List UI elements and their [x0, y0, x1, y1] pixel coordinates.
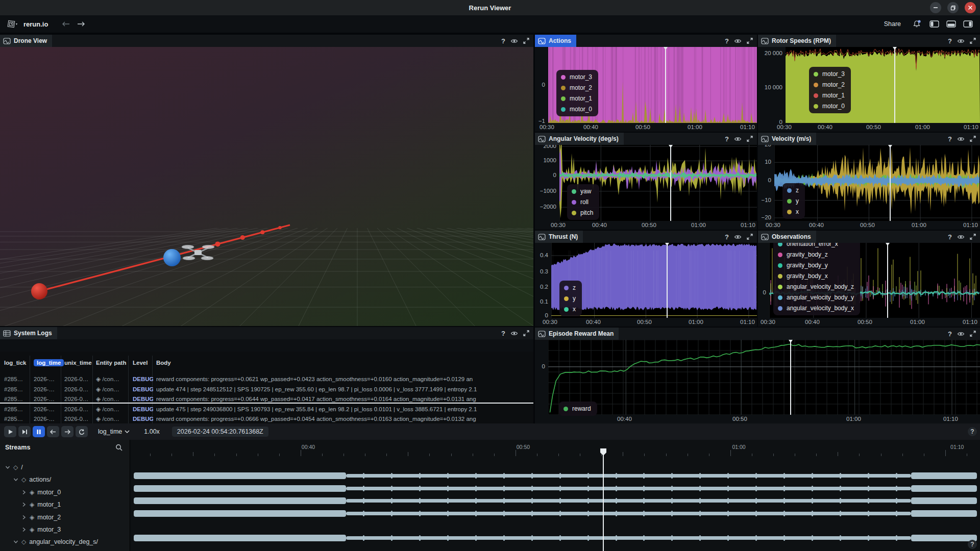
- angular-legend-item[interactable]: yaw: [572, 188, 593, 195]
- timeline-cursor-handle[interactable]: [600, 448, 607, 456]
- toggle-right-panel-button[interactable]: [963, 20, 973, 28]
- velocity-time-cursor-handle[interactable]: [888, 145, 892, 148]
- observations-time-cursor-handle[interactable]: [886, 243, 890, 246]
- thrust-legend-item[interactable]: x: [564, 306, 576, 313]
- stream-tree-item-motor_1[interactable]: ◈motor_1: [21, 498, 61, 511]
- stream-tree-item-angular_velocity_deg_s[interactable]: ◇angular_velocity_deg_s/: [13, 536, 98, 548]
- observations-view-help-icon[interactable]: ?: [948, 233, 952, 241]
- observations-legend-item[interactable]: gravity_body_y: [778, 262, 854, 269]
- angular-view-tab[interactable]: Angular Velocity (deg/s): [535, 133, 624, 145]
- actions-view-tab[interactable]: Actions: [535, 35, 576, 47]
- minimize-button[interactable]: [930, 2, 941, 13]
- velocity-legend-item[interactable]: y: [787, 197, 799, 205]
- data-density-track[interactable]: [134, 485, 346, 492]
- next-button[interactable]: [18, 426, 31, 437]
- velocity-view-visibility-eye-icon[interactable]: [957, 136, 965, 142]
- rotor-legend-item[interactable]: motor_1: [814, 92, 845, 99]
- toggle-left-panel-button[interactable]: [929, 20, 939, 28]
- log-row[interactable]: #285…2026-…2026-0…◈ /con…DEBUGreward com…: [0, 414, 533, 423]
- column-header-Body[interactable]: Body: [156, 358, 529, 368]
- stream-tree-item-motor_2[interactable]: ◈motor_2: [21, 511, 61, 523]
- velocity-legend[interactable]: zyx: [782, 183, 805, 219]
- data-density-track[interactable]: [346, 536, 911, 540]
- system-logs-expand-icon[interactable]: [523, 330, 529, 336]
- log-row[interactable]: #285…2026-…2026-0…◈ /con…DEBUGupdate 475…: [0, 404, 533, 414]
- data-density-track[interactable]: [346, 487, 911, 490]
- observations-legend-item[interactable]: angular_velocity_body_y: [778, 294, 854, 301]
- angular-view-expand-icon[interactable]: [747, 136, 753, 142]
- actions-view-expand-icon[interactable]: [747, 38, 753, 44]
- data-density-track[interactable]: [911, 535, 977, 541]
- app-name[interactable]: rerun.io: [23, 20, 48, 28]
- angular-time-cursor-handle[interactable]: [669, 145, 673, 148]
- observations-legend-item[interactable]: gravity_body_x: [778, 272, 854, 280]
- current-timestamp[interactable]: 2026-02-24 00:54:20.761368Z: [172, 427, 268, 437]
- back-button[interactable]: [47, 426, 59, 437]
- data-density-track[interactable]: [134, 510, 346, 517]
- angular-legend-item[interactable]: roll: [572, 198, 593, 206]
- timeline-cursor[interactable]: [603, 455, 604, 551]
- reward-view-help-icon[interactable]: ?: [948, 330, 952, 338]
- velocity-plot[interactable]: [774, 145, 980, 221]
- data-density-track[interactable]: [911, 497, 977, 504]
- data-density-track[interactable]: [911, 472, 977, 479]
- pause-button[interactable]: [33, 426, 45, 437]
- system-logs-help-icon[interactable]: ?: [501, 330, 505, 337]
- playback-speed[interactable]: 1.00x: [144, 428, 160, 435]
- maximize-button[interactable]: [947, 2, 959, 13]
- data-density-track[interactable]: [346, 474, 911, 478]
- reward-view-visibility-eye-icon[interactable]: [957, 331, 965, 337]
- reward-plot[interactable]: [548, 340, 980, 415]
- share-button[interactable]: Share: [884, 20, 901, 28]
- play-button[interactable]: [4, 426, 16, 437]
- observations-view-expand-icon[interactable]: [970, 234, 976, 240]
- thrust-legend[interactable]: zyx: [559, 281, 582, 316]
- velocity-view-help-icon[interactable]: ?: [948, 135, 952, 143]
- loop-button[interactable]: [76, 426, 88, 437]
- thrust-legend-item[interactable]: y: [564, 295, 576, 302]
- reward-legend-item[interactable]: reward: [564, 405, 591, 412]
- data-density-track[interactable]: [911, 485, 977, 492]
- column-header-log_tick[interactable]: log_tick: [4, 358, 30, 368]
- rotor-legend-item[interactable]: motor_2: [814, 81, 845, 88]
- chevron-down-icon[interactable]: [13, 477, 18, 482]
- actions-time-cursor[interactable]: [665, 47, 666, 123]
- actions-legend-item[interactable]: motor_1: [561, 95, 592, 102]
- rotor-time-cursor-handle[interactable]: [893, 47, 897, 50]
- chevron-right-icon[interactable]: [21, 527, 27, 532]
- thrust-view-tab[interactable]: Thrust (N): [535, 231, 583, 243]
- column-header-unix_time[interactable]: unix_time: [64, 358, 92, 368]
- angular-legend-item[interactable]: pitch: [572, 209, 593, 216]
- notifications-button[interactable]: [912, 20, 921, 28]
- reward-legend[interactable]: reward: [559, 402, 597, 416]
- reward-view-tab[interactable]: Episode Reward Mean: [535, 328, 619, 340]
- observations-view-visibility-eye-icon[interactable]: [957, 234, 965, 240]
- timeline-help-button[interactable]: ?: [968, 540, 977, 549]
- drone-view-visibility-eye-icon[interactable]: [510, 38, 518, 44]
- nav-back-button[interactable]: [61, 21, 70, 27]
- close-button[interactable]: [965, 2, 976, 13]
- rotor-view-expand-icon[interactable]: [970, 38, 976, 44]
- velocity-legend-item[interactable]: x: [787, 208, 799, 215]
- angular-view-visibility-eye-icon[interactable]: [734, 136, 742, 142]
- rotor-view-visibility-eye-icon[interactable]: [957, 38, 965, 44]
- data-density-track[interactable]: [346, 512, 911, 515]
- nav-forward-button[interactable]: [77, 21, 86, 27]
- forward-button[interactable]: [61, 426, 74, 437]
- observations-view-tab[interactable]: Observations: [758, 231, 816, 243]
- observations-time-cursor[interactable]: [887, 243, 888, 318]
- rotor-view-tab[interactable]: Rotor Speeds (RPM): [758, 35, 836, 47]
- thrust-view-visibility-eye-icon[interactable]: [734, 234, 742, 240]
- rotor-legend[interactable]: motor_3motor_2motor_1motor_0: [809, 67, 851, 113]
- chevron-right-icon[interactable]: [21, 490, 27, 495]
- actions-legend-item[interactable]: motor_3: [561, 73, 592, 81]
- reward-time-cursor-handle[interactable]: [789, 340, 793, 343]
- thrust-time-cursor[interactable]: [667, 243, 668, 318]
- thrust-legend-item[interactable]: z: [564, 284, 576, 291]
- system-logs-visibility-eye-icon[interactable]: [510, 331, 518, 336]
- stream-tree-item-actions[interactable]: ◇actions/: [13, 473, 51, 486]
- data-density-track[interactable]: [346, 499, 911, 503]
- actions-time-cursor-handle[interactable]: [664, 47, 668, 50]
- actions-legend-item[interactable]: motor_0: [561, 106, 592, 113]
- column-header-Entity path[interactable]: Entity path: [96, 358, 129, 368]
